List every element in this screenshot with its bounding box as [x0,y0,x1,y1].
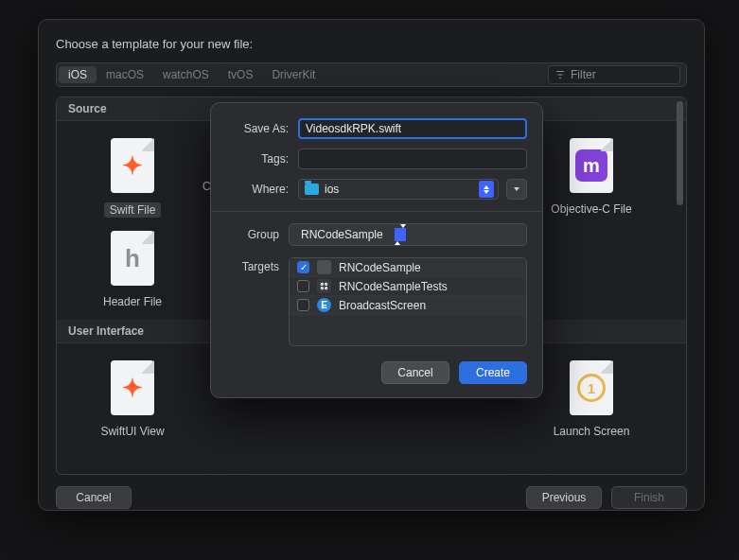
launch-screen-icon: 1 [570,360,613,415]
group-row: Group RNCodeSample [226,223,527,246]
platform-tabs-row: iOS macOS watchOS tvOS DriverKit Filter [56,62,687,87]
swiftui-file-icon: ✦ [111,360,154,415]
tags-row: Tags: [226,149,527,169]
target-item[interactable]: RNCodeSample [290,258,526,277]
template-swift-file[interactable]: ✦ Swift File [85,138,180,218]
tests-target-icon [317,279,331,293]
finish-button: Finish [611,486,687,509]
template-launch-screen[interactable]: 1 Launch Screen [544,360,639,438]
target-checkbox[interactable] [297,280,309,292]
template-label: Objective-C File [551,202,631,216]
target-item[interactable]: RNCodeSampleTests [290,277,526,296]
group-label: Group [226,228,279,241]
where-stepper-icon [479,181,494,198]
target-item[interactable]: E BroadcastScreen [290,296,526,315]
tab-driverkit[interactable]: DriverKit [262,66,325,83]
header-file-icon: h [111,231,154,286]
swift-file-icon: ✦ [111,138,154,193]
target-item-empty [290,315,526,334]
sheet-create-button[interactable]: Create [459,361,527,384]
filter-placeholder: Filter [571,68,596,81]
targets-row: Targets RNCodeSample RNCodeSampleTests E… [226,257,527,346]
template-objc-file[interactable]: m Objective-C File [544,138,639,218]
tab-tvos[interactable]: tvOS [219,66,263,83]
template-label: Swift File [104,202,162,218]
extension-target-icon: E [317,298,331,312]
target-name: RNCodeSample [339,261,421,274]
app-target-icon [317,260,331,274]
tags-input[interactable] [298,149,527,169]
template-label: Header File [103,295,162,308]
save-as-row: Save As: [226,118,527,139]
template-header-file[interactable]: h Header File [85,231,180,308]
tab-watchos[interactable]: watchOS [153,66,219,83]
group-value: RNCodeSample [301,228,383,241]
tab-macos[interactable]: macOS [97,66,153,83]
filter-field[interactable]: Filter [548,65,680,84]
sheet-cancel-button[interactable]: Cancel [381,361,449,384]
target-name: BroadcastScreen [339,299,426,312]
where-select[interactable]: ios [298,179,499,200]
objc-file-icon: m [570,138,613,193]
target-checkbox[interactable] [297,299,309,311]
dialog-bottom-buttons: Cancel Previous Finish [56,486,687,509]
targets-label: Targets [226,257,279,346]
filter-icon [554,69,566,80]
targets-list: RNCodeSample RNCodeSampleTests E Broadca… [289,257,527,346]
where-label: Where: [226,183,289,196]
save-as-label: Save As: [226,122,289,135]
target-checkbox[interactable] [297,261,309,273]
tags-label: Tags: [226,152,289,166]
save-sheet: Save As: Tags: Where: ios Group R [210,102,543,398]
where-value: ios [325,183,339,196]
scrollbar-thumb[interactable] [677,101,683,205]
group-stepper-icon [395,228,406,241]
dialog-title: Choose a template for your new file: [56,37,687,51]
sheet-actions: Cancel Create [226,361,527,384]
tab-ios[interactable]: iOS [59,66,97,83]
template-label: Launch Screen [554,425,630,438]
template-label: SwiftUI View [100,425,164,438]
previous-button[interactable]: Previous [526,486,602,509]
chevron-down-icon [514,187,519,191]
folder-icon [305,184,319,195]
group-select[interactable]: RNCodeSample [289,223,527,246]
target-name: RNCodeSampleTests [339,280,448,293]
sheet-divider [211,211,542,212]
cancel-button[interactable]: Cancel [56,486,132,509]
save-as-input[interactable] [298,118,527,139]
template-swiftui-view[interactable]: ✦ SwiftUI View [85,360,180,438]
expand-browser-button[interactable] [506,179,527,200]
where-row: Where: ios [226,179,527,200]
